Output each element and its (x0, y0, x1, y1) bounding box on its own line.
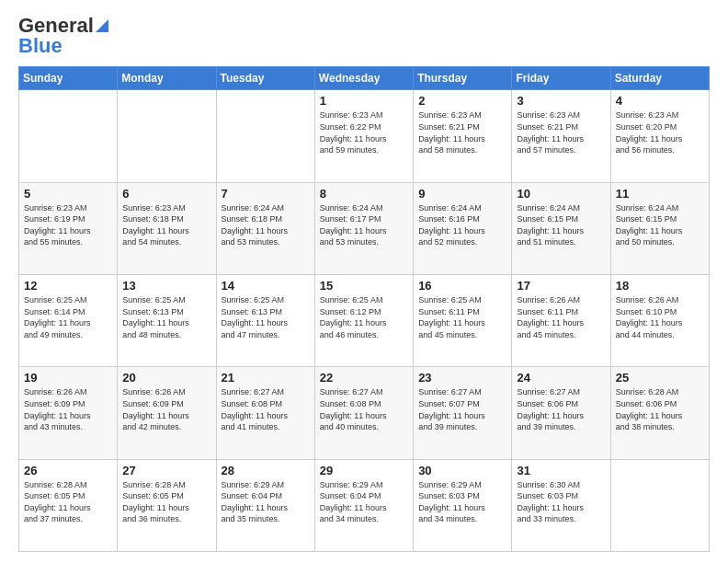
day-number: 2 (418, 94, 506, 108)
calendar-cell: 16 Sunrise: 6:25 AMSunset: 6:11 PMDaylig… (414, 275, 512, 367)
day-info: Sunrise: 6:26 AMSunset: 6:10 PMDaylight:… (616, 294, 704, 340)
day-info: Sunrise: 6:30 AMSunset: 6:03 PMDaylight:… (517, 479, 605, 525)
day-info: Sunrise: 6:28 AMSunset: 6:05 PMDaylight:… (122, 479, 210, 525)
day-number: 4 (616, 94, 704, 108)
day-info: Sunrise: 6:23 AMSunset: 6:21 PMDaylight:… (517, 109, 605, 155)
calendar-cell: 2 Sunrise: 6:23 AMSunset: 6:21 PMDayligh… (414, 90, 512, 182)
calendar-cell: 1 Sunrise: 6:23 AMSunset: 6:22 PMDayligh… (314, 90, 413, 182)
calendar-cell: 17 Sunrise: 6:26 AMSunset: 6:11 PMDaylig… (512, 275, 610, 367)
calendar-cell: 9 Sunrise: 6:24 AMSunset: 6:16 PMDayligh… (414, 182, 512, 274)
day-number: 26 (24, 464, 112, 477)
page: General Blue SundayMondayTuesdayWednesda… (0, 0, 728, 563)
day-info: Sunrise: 6:26 AMSunset: 6:09 PMDaylight:… (122, 386, 210, 432)
day-info: Sunrise: 6:28 AMSunset: 6:05 PMDaylight:… (24, 479, 112, 525)
day-info: Sunrise: 6:23 AMSunset: 6:20 PMDaylight:… (616, 109, 704, 155)
day-header-friday: Friday (512, 67, 610, 90)
day-info: Sunrise: 6:26 AMSunset: 6:11 PMDaylight:… (517, 294, 605, 340)
calendar-cell: 15 Sunrise: 6:25 AMSunset: 6:12 PMDaylig… (314, 275, 413, 367)
calendar-cell: 27 Sunrise: 6:28 AMSunset: 6:05 PMDaylig… (118, 459, 216, 551)
calendar-cell (610, 459, 709, 551)
day-number: 8 (320, 187, 408, 201)
calendar-week-5: 26 Sunrise: 6:28 AMSunset: 6:05 PMDaylig… (19, 459, 710, 551)
day-info: Sunrise: 6:24 AMSunset: 6:17 PMDaylight:… (320, 202, 408, 248)
day-number: 23 (418, 371, 506, 385)
day-number: 31 (517, 464, 605, 477)
day-info: Sunrise: 6:25 AMSunset: 6:14 PMDaylight:… (24, 294, 112, 340)
calendar-cell: 5 Sunrise: 6:23 AMSunset: 6:19 PMDayligh… (19, 182, 118, 274)
calendar-cell: 14 Sunrise: 6:25 AMSunset: 6:13 PMDaylig… (216, 275, 314, 367)
day-number: 28 (222, 464, 310, 477)
day-number: 12 (24, 279, 112, 293)
calendar-cell (118, 90, 216, 182)
day-number: 22 (320, 371, 408, 385)
day-header-tuesday: Tuesday (216, 67, 314, 90)
day-number: 30 (418, 464, 506, 477)
calendar-header-row: SundayMondayTuesdayWednesdayThursdayFrid… (19, 67, 710, 90)
calendar-week-2: 5 Sunrise: 6:23 AMSunset: 6:19 PMDayligh… (19, 182, 710, 274)
day-info: Sunrise: 6:23 AMSunset: 6:18 PMDaylight:… (122, 202, 210, 248)
svg-marker-0 (96, 19, 108, 32)
calendar-cell: 24 Sunrise: 6:27 AMSunset: 6:06 PMDaylig… (512, 367, 610, 459)
day-info: Sunrise: 6:24 AMSunset: 6:15 PMDaylight:… (517, 202, 605, 248)
day-number: 27 (122, 464, 210, 477)
day-number: 10 (517, 187, 605, 201)
day-header-monday: Monday (118, 67, 216, 90)
day-number: 21 (222, 371, 310, 385)
day-number: 14 (222, 279, 310, 293)
calendar-cell: 19 Sunrise: 6:26 AMSunset: 6:09 PMDaylig… (19, 367, 118, 459)
calendar-cell (216, 90, 314, 182)
day-header-thursday: Thursday (414, 67, 512, 90)
day-info: Sunrise: 6:24 AMSunset: 6:18 PMDaylight:… (222, 202, 310, 248)
day-number: 16 (418, 279, 506, 293)
calendar-cell: 25 Sunrise: 6:28 AMSunset: 6:06 PMDaylig… (610, 367, 709, 459)
calendar-table: SundayMondayTuesdayWednesdayThursdayFrid… (18, 66, 710, 552)
calendar-cell: 26 Sunrise: 6:28 AMSunset: 6:05 PMDaylig… (19, 459, 118, 551)
calendar-week-1: 1 Sunrise: 6:23 AMSunset: 6:22 PMDayligh… (19, 90, 710, 182)
calendar-cell: 6 Sunrise: 6:23 AMSunset: 6:18 PMDayligh… (118, 182, 216, 274)
day-info: Sunrise: 6:29 AMSunset: 6:04 PMDaylight:… (222, 479, 310, 525)
day-info: Sunrise: 6:28 AMSunset: 6:06 PMDaylight:… (616, 386, 704, 432)
calendar-cell: 30 Sunrise: 6:29 AMSunset: 6:03 PMDaylig… (414, 459, 512, 551)
day-info: Sunrise: 6:24 AMSunset: 6:16 PMDaylight:… (418, 202, 506, 248)
calendar-cell: 7 Sunrise: 6:24 AMSunset: 6:18 PMDayligh… (216, 182, 314, 274)
day-header-sunday: Sunday (19, 67, 118, 90)
calendar-cell: 18 Sunrise: 6:26 AMSunset: 6:10 PMDaylig… (610, 275, 709, 367)
day-info: Sunrise: 6:26 AMSunset: 6:09 PMDaylight:… (24, 386, 112, 432)
day-number: 19 (24, 371, 112, 385)
day-info: Sunrise: 6:25 AMSunset: 6:13 PMDaylight:… (122, 294, 210, 340)
calendar-cell: 23 Sunrise: 6:27 AMSunset: 6:07 PMDaylig… (414, 367, 512, 459)
calendar-cell: 3 Sunrise: 6:23 AMSunset: 6:21 PMDayligh… (512, 90, 610, 182)
day-info: Sunrise: 6:29 AMSunset: 6:03 PMDaylight:… (418, 479, 506, 525)
day-info: Sunrise: 6:24 AMSunset: 6:15 PMDaylight:… (616, 202, 704, 248)
day-info: Sunrise: 6:25 AMSunset: 6:11 PMDaylight:… (418, 294, 506, 340)
day-number: 13 (122, 279, 210, 293)
calendar-cell: 8 Sunrise: 6:24 AMSunset: 6:17 PMDayligh… (314, 182, 413, 274)
day-header-saturday: Saturday (610, 67, 709, 90)
day-number: 15 (320, 279, 408, 293)
calendar-cell (19, 90, 118, 182)
day-info: Sunrise: 6:27 AMSunset: 6:08 PMDaylight:… (320, 386, 408, 432)
calendar-cell: 12 Sunrise: 6:25 AMSunset: 6:14 PMDaylig… (19, 275, 118, 367)
calendar-cell: 29 Sunrise: 6:29 AMSunset: 6:04 PMDaylig… (314, 459, 413, 551)
day-header-wednesday: Wednesday (314, 67, 413, 90)
calendar-cell: 22 Sunrise: 6:27 AMSunset: 6:08 PMDaylig… (314, 367, 413, 459)
calendar-cell: 21 Sunrise: 6:27 AMSunset: 6:08 PMDaylig… (216, 367, 314, 459)
day-info: Sunrise: 6:27 AMSunset: 6:07 PMDaylight:… (418, 386, 506, 432)
day-number: 6 (122, 187, 210, 201)
day-number: 17 (517, 279, 605, 293)
logo: General Blue (18, 15, 108, 57)
day-number: 7 (222, 187, 310, 201)
calendar-week-3: 12 Sunrise: 6:25 AMSunset: 6:14 PMDaylig… (19, 275, 710, 367)
calendar-cell: 31 Sunrise: 6:30 AMSunset: 6:03 PMDaylig… (512, 459, 610, 551)
day-info: Sunrise: 6:25 AMSunset: 6:13 PMDaylight:… (222, 294, 310, 340)
day-number: 24 (517, 371, 605, 385)
calendar-cell: 20 Sunrise: 6:26 AMSunset: 6:09 PMDaylig… (118, 367, 216, 459)
day-number: 5 (24, 187, 112, 201)
day-number: 18 (616, 279, 704, 293)
logo-icon (96, 19, 108, 32)
day-info: Sunrise: 6:23 AMSunset: 6:21 PMDaylight:… (418, 109, 506, 155)
day-info: Sunrise: 6:29 AMSunset: 6:04 PMDaylight:… (320, 479, 408, 525)
day-number: 1 (320, 94, 408, 108)
calendar-cell: 4 Sunrise: 6:23 AMSunset: 6:20 PMDayligh… (610, 90, 709, 182)
calendar-week-4: 19 Sunrise: 6:26 AMSunset: 6:09 PMDaylig… (19, 367, 710, 459)
